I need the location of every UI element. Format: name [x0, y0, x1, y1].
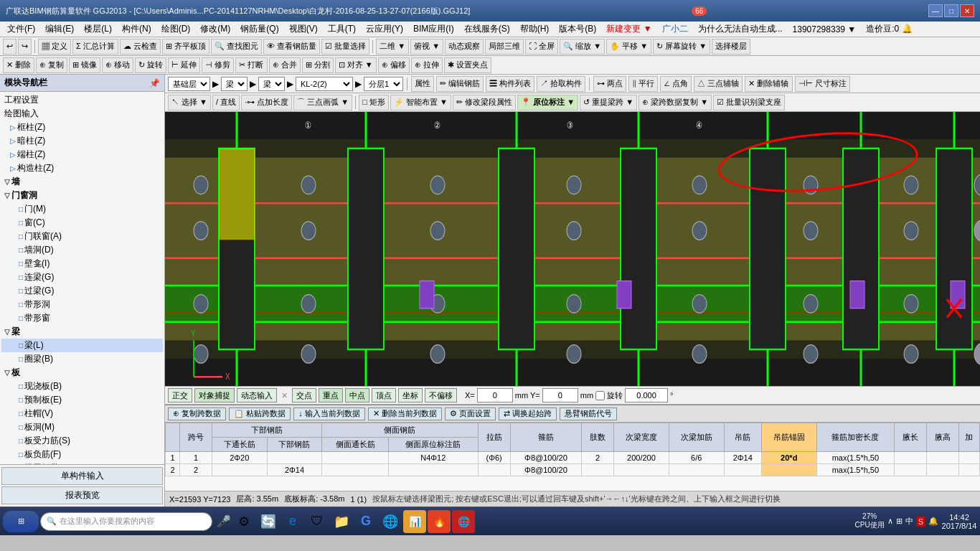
sidebar-item-ring-beam[interactable]: □ 圈梁(B)	[1, 352, 163, 366]
menu-edit[interactable]: 编辑(E)	[41, 22, 78, 37]
type1-select[interactable]: 梁	[221, 77, 248, 91]
cell-hanger[interactable]	[724, 464, 761, 476]
cell-wy[interactable]	[927, 452, 959, 464]
level-top-btn[interactable]: ⊞ 齐平板顶	[162, 39, 209, 55]
cell-sec-beam-bar[interactable]	[669, 464, 724, 476]
cell-side-thru[interactable]	[322, 464, 389, 476]
menu-auto-gen[interactable]: 为什么无法自动生成...	[694, 22, 787, 37]
menu-draw[interactable]: 绘图(D)	[157, 22, 195, 37]
mirror-btn[interactable]: ⊞ 镜像	[69, 57, 100, 73]
sidebar-item-strip-window[interactable]: □ 带形窗	[1, 311, 163, 325]
extend-btn[interactable]: ⊢ 延伸	[168, 57, 200, 73]
taskbar-icon-g[interactable]: G	[354, 510, 377, 533]
sidebar-item-col-cap[interactable]: □ 柱帽(V)	[1, 407, 163, 420]
define-btn[interactable]: ▦ 定义	[38, 39, 71, 55]
report-preview-btn[interactable]: 报表预览	[1, 486, 163, 504]
split-btn[interactable]: ⊞ 分割	[302, 57, 334, 73]
screen-rotate-btn[interactable]: ↻ 屏幕旋转 ▼	[653, 39, 710, 55]
pan-btn[interactable]: ✋ 平移 ▼	[606, 39, 651, 55]
x-input[interactable]	[477, 388, 513, 402]
minimize-button[interactable]: —	[928, 4, 943, 17]
cell-legs[interactable]: 2	[582, 452, 614, 464]
menu-phone[interactable]: 13907298339 ▼	[788, 23, 861, 36]
select-floor-btn[interactable]: 选择楼层	[712, 39, 750, 55]
sidebar-item-wall-hole[interactable]: □ 墙洞(D)	[1, 243, 163, 257]
calc-btn[interactable]: Σ 汇总计算	[72, 39, 118, 55]
line-btn[interactable]: / 直线	[212, 95, 240, 110]
swap-start-btn[interactable]: ⇄ 调换起始跨	[499, 408, 557, 420]
redo-btn[interactable]: ↪	[18, 39, 32, 55]
input-col-btn[interactable]: ↓ 输入当前列数据	[293, 408, 365, 420]
sidebar-item-door-window-combo[interactable]: □ 门联窗(A)	[1, 230, 163, 243]
comp-select[interactable]: KL-2(2)	[296, 77, 353, 91]
close-button[interactable]: ✕	[960, 4, 974, 17]
sidebar-item-coupling-beam[interactable]: □ 连梁(G)	[1, 270, 163, 284]
cell-bottom-part[interactable]: 2Φ14	[267, 464, 322, 476]
type2-select[interactable]: 梁	[258, 77, 285, 91]
point-angle-btn[interactable]: ∠ 点角	[660, 76, 692, 92]
single-comp-btn[interactable]: 单构件输入	[1, 467, 163, 485]
vertex-btn[interactable]: 顶点	[372, 388, 396, 402]
local-3d-btn[interactable]: 局部三维	[485, 39, 524, 55]
sidebar-item-pillar-z[interactable]: ▷ 框柱(Z)	[1, 121, 163, 134]
cell-hanger-anchor[interactable]	[761, 464, 816, 476]
copy-span-btn[interactable]: ⊕ 复制跨数据	[168, 408, 226, 420]
menu-online[interactable]: 在线服务(S)	[460, 22, 514, 37]
cell-legs[interactable]	[582, 464, 614, 476]
cell-bottom-thru[interactable]	[212, 464, 267, 476]
parallel-btn[interactable]: ∥ 平行	[628, 76, 658, 92]
cell-hanger-anchor[interactable]: 20*d	[761, 452, 816, 464]
no-offset-btn[interactable]: 不偏移	[425, 388, 457, 402]
merge-btn[interactable]: ⊕ 合并	[269, 57, 301, 73]
cell-bottom-thru[interactable]: 2Φ20	[212, 452, 267, 464]
point-len-btn[interactable]: ·⊶ 点加长度	[241, 95, 292, 110]
menu-bim[interactable]: BIM应用(I)	[409, 22, 458, 37]
pick-comp-btn[interactable]: ↗ 拾取构件	[537, 76, 585, 92]
cantilever-code-btn[interactable]: 悬臂钢筋代号	[560, 408, 617, 420]
rotate-input[interactable]	[625, 388, 668, 402]
cell-tie[interactable]	[478, 464, 510, 476]
orthogonal-btn[interactable]: 正交	[168, 388, 192, 402]
top-view-btn[interactable]: 俯视 ▼	[410, 39, 443, 55]
re-beam-btn[interactable]: ↺ 重提梁跨 ▼	[580, 95, 637, 110]
cell-stirrup[interactable]: Φ8@100/20	[510, 452, 581, 464]
select-btn[interactable]: ↖ 选择 ▼	[168, 95, 211, 110]
zoom-btn[interactable]: 🔍 缩放 ▼	[560, 39, 605, 55]
sidebar-item-end-col[interactable]: ▷ 端柱(Z)	[1, 148, 163, 161]
search-bar[interactable]: 🔍 在这里输入你要搜索的内容	[40, 512, 212, 531]
rect-btn[interactable]: □ 矩形	[359, 95, 389, 110]
cell-dense-len[interactable]: max(1.5*h,50	[816, 464, 895, 476]
cell-side-orig[interactable]	[389, 464, 479, 476]
sidebar-item-project-settings[interactable]: 工程设置	[1, 93, 163, 107]
offset-btn[interactable]: ⊕ 偏移	[378, 57, 410, 73]
cell-side-orig[interactable]: N4Φ12	[389, 452, 479, 464]
tray-notify[interactable]: 🔔	[928, 517, 938, 526]
menu-new-change[interactable]: 新建变更 ▼	[602, 22, 656, 37]
cell-stirrup[interactable]: Φ8@100/20	[510, 464, 581, 476]
menu-modify[interactable]: 修改(M)	[196, 22, 235, 37]
sidebar-item-lintel[interactable]: □ 过梁(G)	[1, 284, 163, 298]
sidebar-item-door[interactable]: □ 门(M)	[1, 202, 163, 216]
sidebar-item-door-window[interactable]: ▽ 门窗洞	[1, 189, 163, 202]
sidebar-item-beam-group[interactable]: ▽ 梁	[1, 325, 163, 339]
view-rebar-btn[interactable]: 👁 查看钢筋量	[263, 39, 320, 55]
comp-list-btn[interactable]: ☰ 构件列表	[486, 76, 534, 92]
orig-annot-btn[interactable]: 📍 原位标注 ▼	[517, 95, 578, 110]
menu-help[interactable]: 帮助(H)	[516, 22, 554, 37]
stretch-btn[interactable]: ⊕ 拉伸	[411, 57, 443, 73]
del-axis-btn[interactable]: ✕ 删除辅轴	[745, 76, 792, 92]
smart-place-btn[interactable]: ⚡ 智能布置 ▼	[390, 95, 451, 110]
edit-rebar-btn[interactable]: ✏ 编辑钢筋	[436, 76, 484, 92]
cloud-check-btn[interactable]: ☁ 云检查	[120, 39, 161, 55]
2d-btn[interactable]: 二维 ▼	[376, 39, 409, 55]
taskbar-icon-refresh[interactable]: 🔄	[257, 510, 280, 533]
sidebar-item-wall-z[interactable]: ▷ 暗柱(Z)	[1, 134, 163, 148]
menu-cloud[interactable]: 云应用(Y)	[362, 22, 407, 37]
cell-hanger[interactable]: 2Φ14	[724, 452, 761, 464]
taskbar-icon-edge[interactable]: e	[281, 510, 304, 533]
two-point-btn[interactable]: ⊶ 两点	[593, 76, 626, 92]
del-col-btn[interactable]: ✕ 删除当前列数据	[368, 408, 442, 420]
tray-sougou[interactable]: S	[916, 517, 925, 527]
three-point-axis-btn[interactable]: △ 三点辅轴	[694, 76, 743, 92]
taskbar-icon-globe[interactable]: 🌐	[379, 510, 402, 533]
